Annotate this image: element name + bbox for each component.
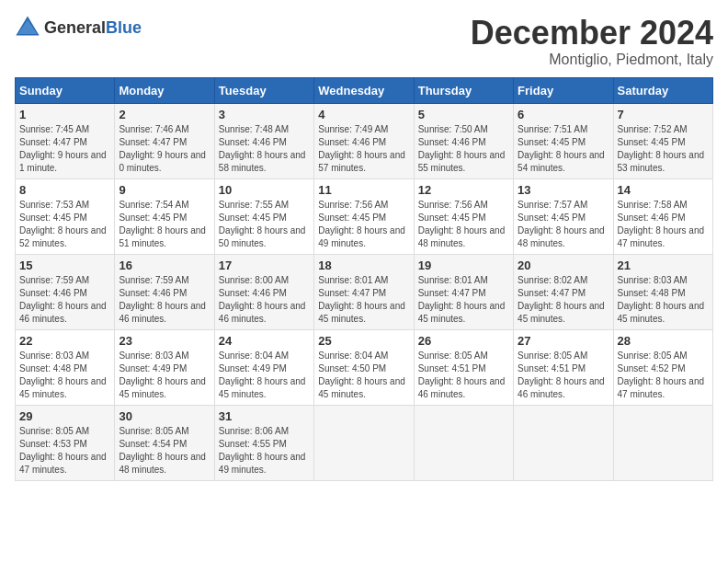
day-number: 4 [318, 108, 409, 121]
calendar-cell [414, 405, 513, 480]
day-number: 25 [318, 334, 409, 348]
calendar-cell: 8Sunrise: 7:53 AMSunset: 4:45 PMDaylight… [16, 178, 115, 254]
cell-info: Sunrise: 8:00 AMSunset: 4:46 PMDaylight:… [219, 274, 310, 326]
day-header-tuesday: Tuesday [214, 77, 313, 103]
cell-info: Sunrise: 7:53 AMSunset: 4:45 PMDaylight:… [19, 199, 110, 250]
cell-info: Sunrise: 7:59 AMSunset: 4:46 PMDaylight:… [119, 274, 210, 326]
day-number: 22 [19, 334, 110, 348]
day-number: 2 [119, 108, 210, 121]
calendar-cell [514, 405, 613, 480]
svg-marker-1 [18, 20, 38, 34]
week-row: 1Sunrise: 7:45 AMSunset: 4:47 PMDaylight… [16, 103, 713, 178]
calendar-cell: 22Sunrise: 8:03 AMSunset: 4:48 PMDayligh… [16, 329, 115, 405]
calendar-cell: 16Sunrise: 7:59 AMSunset: 4:46 PMDayligh… [115, 254, 214, 329]
calendar-cell: 13Sunrise: 7:57 AMSunset: 4:45 PMDayligh… [514, 178, 613, 254]
cell-info: Sunrise: 8:01 AMSunset: 4:47 PMDaylight:… [318, 274, 409, 326]
calendar-cell: 3Sunrise: 7:48 AMSunset: 4:46 PMDaylight… [214, 103, 313, 178]
day-header-friday: Friday [514, 77, 613, 103]
week-row: 8Sunrise: 7:53 AMSunset: 4:45 PMDaylight… [16, 178, 713, 254]
calendar-cell: 1Sunrise: 7:45 AMSunset: 4:47 PMDaylight… [16, 103, 115, 178]
calendar-cell: 18Sunrise: 8:01 AMSunset: 4:47 PMDayligh… [314, 254, 414, 329]
cell-info: Sunrise: 7:48 AMSunset: 4:46 PMDaylight:… [219, 123, 310, 175]
cell-info: Sunrise: 7:57 AMSunset: 4:45 PMDaylight:… [518, 199, 609, 250]
cell-info: Sunrise: 8:04 AMSunset: 4:49 PMDaylight:… [219, 350, 310, 401]
calendar-cell: 26Sunrise: 8:05 AMSunset: 4:51 PMDayligh… [414, 329, 513, 405]
day-number: 19 [418, 259, 509, 272]
cell-info: Sunrise: 7:56 AMSunset: 4:45 PMDaylight:… [418, 199, 509, 250]
calendar-cell [314, 405, 414, 480]
calendar-cell: 31Sunrise: 8:06 AMSunset: 4:55 PMDayligh… [214, 405, 313, 480]
cell-info: Sunrise: 7:55 AMSunset: 4:45 PMDaylight:… [219, 199, 310, 250]
location-title: Montiglio, Piedmont, Italy [471, 52, 713, 68]
week-row: 22Sunrise: 8:03 AMSunset: 4:48 PMDayligh… [16, 329, 713, 405]
header: GeneralBlue December 2024 Montiglio, Pie… [15, 15, 713, 68]
day-number: 14 [618, 183, 709, 197]
cell-info: Sunrise: 8:01 AMSunset: 4:47 PMDaylight:… [418, 274, 509, 326]
calendar-cell: 17Sunrise: 8:00 AMSunset: 4:46 PMDayligh… [214, 254, 313, 329]
cell-info: Sunrise: 7:51 AMSunset: 4:45 PMDaylight:… [518, 123, 609, 175]
day-number: 1 [19, 108, 110, 121]
cell-info: Sunrise: 7:52 AMSunset: 4:45 PMDaylight:… [618, 123, 709, 175]
cell-info: Sunrise: 8:05 AMSunset: 4:51 PMDaylight:… [418, 350, 509, 401]
calendar-cell: 28Sunrise: 8:05 AMSunset: 4:52 PMDayligh… [613, 329, 712, 405]
day-number: 28 [618, 334, 709, 348]
day-header-sunday: Sunday [16, 77, 115, 103]
day-number: 13 [518, 183, 609, 197]
day-header-saturday: Saturday [613, 77, 712, 103]
cell-info: Sunrise: 7:59 AMSunset: 4:46 PMDaylight:… [19, 274, 110, 326]
calendar-cell: 27Sunrise: 8:05 AMSunset: 4:51 PMDayligh… [514, 329, 613, 405]
cell-info: Sunrise: 7:46 AMSunset: 4:47 PMDaylight:… [119, 123, 210, 175]
day-number: 16 [119, 259, 210, 272]
day-number: 6 [518, 108, 609, 121]
calendar-cell: 15Sunrise: 7:59 AMSunset: 4:46 PMDayligh… [16, 254, 115, 329]
calendar-cell: 24Sunrise: 8:04 AMSunset: 4:49 PMDayligh… [214, 329, 313, 405]
day-number: 3 [219, 108, 310, 121]
calendar-cell: 10Sunrise: 7:55 AMSunset: 4:45 PMDayligh… [214, 178, 313, 254]
calendar-cell: 12Sunrise: 7:56 AMSunset: 4:45 PMDayligh… [414, 178, 513, 254]
calendar-cell: 11Sunrise: 7:56 AMSunset: 4:45 PMDayligh… [314, 178, 414, 254]
day-number: 8 [19, 183, 110, 197]
cell-info: Sunrise: 8:02 AMSunset: 4:47 PMDaylight:… [518, 274, 609, 326]
cell-info: Sunrise: 8:03 AMSunset: 4:48 PMDaylight:… [618, 274, 709, 326]
day-number: 31 [219, 409, 310, 423]
calendar-table: SundayMondayTuesdayWednesdayThursdayFrid… [15, 77, 713, 481]
week-row: 15Sunrise: 7:59 AMSunset: 4:46 PMDayligh… [16, 254, 713, 329]
month-title: December 2024 [471, 15, 713, 52]
calendar-cell: 30Sunrise: 8:05 AMSunset: 4:54 PMDayligh… [115, 405, 214, 480]
calendar-cell: 19Sunrise: 8:01 AMSunset: 4:47 PMDayligh… [414, 254, 513, 329]
calendar-cell: 9Sunrise: 7:54 AMSunset: 4:45 PMDaylight… [115, 178, 214, 254]
cell-info: Sunrise: 7:50 AMSunset: 4:46 PMDaylight:… [418, 123, 509, 175]
cell-info: Sunrise: 7:49 AMSunset: 4:46 PMDaylight:… [318, 123, 409, 175]
cell-info: Sunrise: 8:05 AMSunset: 4:51 PMDaylight:… [518, 350, 609, 401]
day-number: 15 [19, 259, 110, 272]
cell-info: Sunrise: 8:03 AMSunset: 4:48 PMDaylight:… [19, 350, 110, 401]
day-number: 7 [618, 108, 709, 121]
week-row: 29Sunrise: 8:05 AMSunset: 4:53 PMDayligh… [16, 405, 713, 480]
day-number: 23 [119, 334, 210, 348]
day-number: 26 [418, 334, 509, 348]
day-number: 11 [318, 183, 409, 197]
day-number: 10 [219, 183, 310, 197]
calendar-cell [613, 405, 712, 480]
calendar-cell: 21Sunrise: 8:03 AMSunset: 4:48 PMDayligh… [613, 254, 712, 329]
day-number: 18 [318, 259, 409, 272]
calendar-cell: 20Sunrise: 8:02 AMSunset: 4:47 PMDayligh… [514, 254, 613, 329]
calendar-cell: 5Sunrise: 7:50 AMSunset: 4:46 PMDaylight… [414, 103, 513, 178]
calendar-cell: 4Sunrise: 7:49 AMSunset: 4:46 PMDaylight… [314, 103, 414, 178]
logo-text-blue: Blue [106, 18, 142, 37]
day-header-thursday: Thursday [414, 77, 513, 103]
day-number: 21 [618, 259, 709, 272]
calendar-cell: 29Sunrise: 8:05 AMSunset: 4:53 PMDayligh… [16, 405, 115, 480]
day-number: 27 [518, 334, 609, 348]
calendar-cell: 6Sunrise: 7:51 AMSunset: 4:45 PMDaylight… [514, 103, 613, 178]
cell-info: Sunrise: 8:05 AMSunset: 4:54 PMDaylight:… [119, 425, 210, 477]
title-area: December 2024 Montiglio, Piedmont, Italy [471, 15, 713, 68]
cell-info: Sunrise: 8:05 AMSunset: 4:52 PMDaylight:… [618, 350, 709, 401]
cell-info: Sunrise: 8:03 AMSunset: 4:49 PMDaylight:… [119, 350, 210, 401]
cell-info: Sunrise: 8:05 AMSunset: 4:53 PMDaylight:… [19, 425, 110, 477]
day-number: 29 [19, 409, 110, 423]
cell-info: Sunrise: 8:06 AMSunset: 4:55 PMDaylight:… [219, 425, 310, 477]
day-number: 20 [518, 259, 609, 272]
calendar-cell: 14Sunrise: 7:58 AMSunset: 4:46 PMDayligh… [613, 178, 712, 254]
logo: GeneralBlue [15, 15, 142, 40]
